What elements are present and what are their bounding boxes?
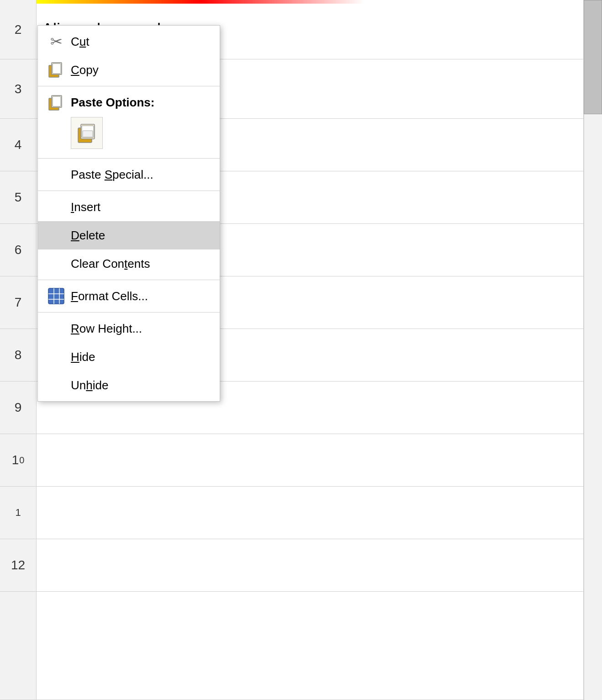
menu-item-format-cells[interactable]: Format Cells...	[38, 282, 220, 310]
cell-13[interactable]	[37, 592, 584, 700]
paste-icon-buttons	[38, 113, 220, 156]
row-header-5[interactable]: 5	[0, 171, 37, 224]
svg-rect-5	[53, 96, 61, 106]
format-cells-icon	[45, 287, 67, 305]
cell-10[interactable]	[37, 434, 584, 487]
divider-4	[38, 280, 220, 280]
cell-11[interactable]	[37, 487, 584, 539]
menu-item-paste-special[interactable]: Paste Special...	[38, 160, 220, 189]
row-header-10[interactable]: 10	[0, 434, 37, 487]
cell-12[interactable]	[37, 539, 584, 592]
menu-item-paste-options: Paste Options:	[38, 88, 220, 113]
row-header-13[interactable]	[0, 592, 37, 700]
svg-rect-9	[83, 131, 93, 137]
menu-item-delete[interactable]: Delete	[38, 221, 220, 249]
menu-item-clear-contents[interactable]: Clear Contents	[38, 249, 220, 278]
paste-button-default[interactable]	[71, 117, 103, 149]
row-header-11[interactable]: 1	[0, 487, 37, 539]
menu-item-row-height[interactable]: Row Height...	[38, 314, 220, 343]
row-header-2[interactable]: 2	[0, 0, 37, 59]
copy-icon	[45, 62, 67, 78]
divider-3	[38, 191, 220, 191]
svg-rect-10	[48, 288, 64, 304]
row-header-12[interactable]: 12	[0, 539, 37, 592]
vertical-scrollbar[interactable]	[584, 0, 602, 700]
divider-2	[38, 158, 220, 159]
menu-item-insert[interactable]: Insert	[38, 193, 220, 221]
menu-item-hide[interactable]: Hide	[38, 343, 220, 371]
row-header-4[interactable]: 4	[0, 119, 37, 171]
context-menu: ✂ Cut Copy Paste Options:	[37, 25, 220, 402]
scissors-icon: ✂	[45, 33, 67, 50]
divider-5	[38, 312, 220, 313]
row-header-9[interactable]: 9	[0, 382, 37, 434]
menu-item-unhide[interactable]: Unhide	[38, 371, 220, 399]
row-header-8[interactable]: 8	[0, 329, 37, 382]
paste-label-icon	[45, 95, 67, 111]
row-header-7[interactable]: 7	[0, 276, 37, 329]
row-header-6[interactable]: 6	[0, 224, 37, 276]
svg-rect-2	[53, 64, 61, 74]
menu-item-cut[interactable]: ✂ Cut	[38, 27, 220, 56]
scrollbar-thumb[interactable]	[584, 0, 602, 114]
menu-item-copy[interactable]: Copy	[38, 56, 220, 84]
row-header-3[interactable]: 3	[0, 59, 37, 119]
divider-1	[38, 86, 220, 86]
